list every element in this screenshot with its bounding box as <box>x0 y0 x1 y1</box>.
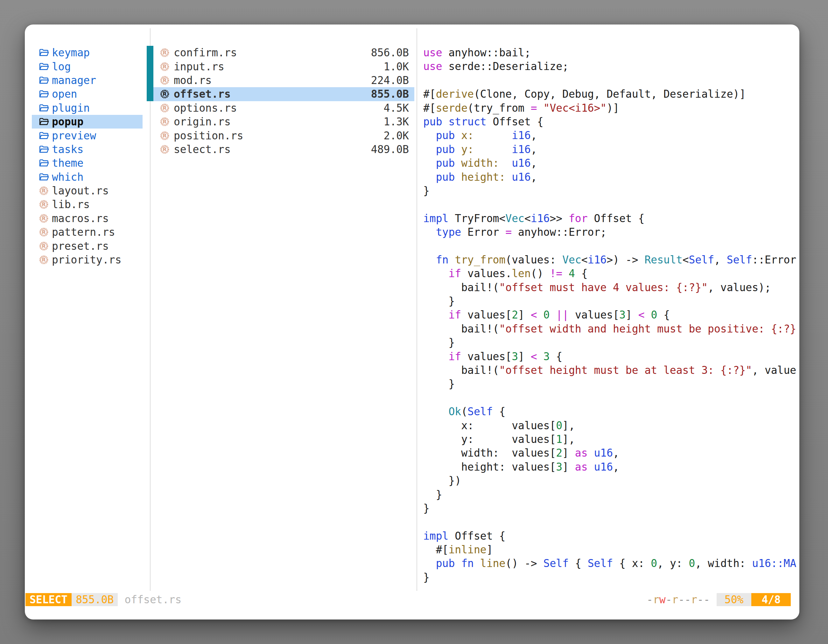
dir-item-which[interactable]: which <box>32 170 143 184</box>
code-line-11: } <box>417 184 799 197</box>
code-line-28: x: values[0], <box>417 419 799 432</box>
dir-item-manager[interactable]: manager <box>32 74 143 87</box>
folder-open-icon <box>39 158 50 168</box>
file-size: 856.0B <box>371 47 409 59</box>
folder-open-icon <box>39 117 50 127</box>
item-label: plugin <box>52 102 90 114</box>
svg-text:R: R <box>42 243 46 249</box>
rust-file-icon: R <box>160 62 169 72</box>
file-row-input-rs[interactable]: Rinput.rs1.0K <box>147 60 414 73</box>
folder-open-icon <box>39 48 50 58</box>
dir-item-open[interactable]: open <box>32 87 143 101</box>
svg-text:R: R <box>42 215 46 221</box>
rust-file-icon: R <box>160 144 169 154</box>
rust-file-icon: R <box>39 241 49 251</box>
svg-text:R: R <box>163 146 167 152</box>
selection-marker <box>147 46 154 60</box>
file-name: confirm.rs <box>174 47 237 59</box>
item-label: macros.rs <box>52 212 109 225</box>
dir-item-preview[interactable]: preview <box>32 128 143 142</box>
file-name: origin.rs <box>174 116 231 128</box>
code-line-25: } <box>417 377 799 391</box>
code-line-15 <box>417 239 799 253</box>
file-row-select-rs[interactable]: Rselect.rs489.0B <box>147 143 414 156</box>
dir-item-theme[interactable]: theme <box>32 156 143 170</box>
rust-file-icon: R <box>39 255 49 265</box>
code-line-38: pub fn line() -> Self { Self { x: 0, y: … <box>417 556 799 570</box>
parent-pane: keymap log manager open plugin popup pre… <box>32 46 143 266</box>
file-item-preset-rs[interactable]: Rpreset.rs <box>32 239 143 253</box>
code-line-27: Ok(Self { <box>417 405 799 418</box>
code-line-32: }) <box>417 474 799 487</box>
dir-item-tasks[interactable]: tasks <box>32 143 143 156</box>
selection-marker <box>147 74 154 87</box>
file-name: mod.rs <box>174 74 212 86</box>
dir-item-keymap[interactable]: keymap <box>32 46 143 60</box>
code-line-10: pub height: u16, <box>417 170 799 184</box>
code-line-5: #[serde(try_from = "Vec<i16>")] <box>417 101 799 115</box>
svg-text:R: R <box>163 91 167 97</box>
file-item-macros-rs[interactable]: Rmacros.rs <box>32 212 143 225</box>
file-name: position.rs <box>174 130 243 142</box>
code-line-20: if values[2] < 0 || values[3] < 0 { <box>417 308 799 322</box>
file-row-options-rs[interactable]: Roptions.rs4.5K <box>147 101 414 115</box>
rust-file-icon: R <box>39 199 49 209</box>
code-line-31: height: values[3] as u16, <box>417 460 799 474</box>
code-line-19: } <box>417 294 799 308</box>
svg-text:R: R <box>163 77 167 83</box>
file-item-priority-rs[interactable]: Rpriority.rs <box>32 253 143 266</box>
mode-badge: SELECT <box>25 593 72 606</box>
file-size-badge: 855.0B <box>72 593 118 606</box>
item-label: preview <box>52 130 96 142</box>
svg-text:R: R <box>42 229 46 235</box>
code-line-1: use anyhow::bail; <box>417 46 799 60</box>
svg-text:R: R <box>42 257 46 263</box>
code-line-17: if values.len() != 4 { <box>417 266 799 280</box>
status-left-group: SELECT 855.0B offset.rs <box>25 593 181 606</box>
item-label: log <box>52 60 71 73</box>
dir-item-plugin[interactable]: plugin <box>32 101 143 115</box>
file-row-position-rs[interactable]: Rposition.rs2.0K <box>147 128 414 142</box>
code-line-35 <box>417 515 799 529</box>
desktop-background: { "palette": { "win_bg": "#ffffff", "sep… <box>0 0 828 644</box>
item-label: keymap <box>52 47 90 59</box>
file-size: 855.0B <box>371 88 409 100</box>
file-row-offset-rs[interactable]: Roffset.rs855.0B <box>147 87 414 101</box>
code-line-9: pub width: u16, <box>417 156 799 170</box>
item-label: lib.rs <box>52 198 90 211</box>
code-line-12 <box>417 197 799 211</box>
code-line-36: impl Offset { <box>417 529 799 543</box>
file-row-origin-rs[interactable]: Rorigin.rs1.3K <box>147 115 414 128</box>
file-item-lib-rs[interactable]: Rlib.rs <box>32 197 143 211</box>
code-line-33: } <box>417 488 799 501</box>
rust-file-icon: R <box>160 48 169 58</box>
code-line-4: #[derive(Clone, Copy, Debug, Default, De… <box>417 87 799 101</box>
item-label: pattern.rs <box>52 226 115 238</box>
file-row-mod-rs[interactable]: Rmod.rs224.0B <box>147 74 414 87</box>
item-label: theme <box>52 157 83 169</box>
svg-text:R: R <box>42 202 46 208</box>
file-size: 1.0K <box>384 60 409 73</box>
folder-open-icon <box>39 172 50 182</box>
rust-file-icon: R <box>160 131 169 141</box>
file-row-confirm-rs[interactable]: Rconfirm.rs856.0B <box>147 46 414 60</box>
dir-item-log[interactable]: log <box>32 60 143 73</box>
svg-text:R: R <box>163 64 167 70</box>
item-label: tasks <box>52 143 83 155</box>
selection-marker <box>147 87 154 101</box>
rust-file-icon: R <box>39 227 49 237</box>
file-item-pattern-rs[interactable]: Rpattern.rs <box>32 225 143 239</box>
file-item-layout-rs[interactable]: Rlayout.rs <box>32 184 143 197</box>
file-name: select.rs <box>174 143 231 155</box>
svg-text:R: R <box>163 119 167 125</box>
file-size: 2.0K <box>384 130 409 142</box>
code-line-34: } <box>417 501 799 515</box>
code-line-24: bail!("offset height must be at least 3:… <box>417 364 799 377</box>
file-name: offset.rs <box>174 88 231 100</box>
svg-text:R: R <box>163 50 167 56</box>
current-pane: Rconfirm.rs856.0B Rinput.rs1.0K Rmod.rs2… <box>147 46 414 156</box>
item-label: layout.rs <box>52 185 109 197</box>
svg-text:R: R <box>163 133 167 139</box>
dir-item-popup[interactable]: popup <box>32 115 143 128</box>
item-label: popup <box>52 116 83 128</box>
